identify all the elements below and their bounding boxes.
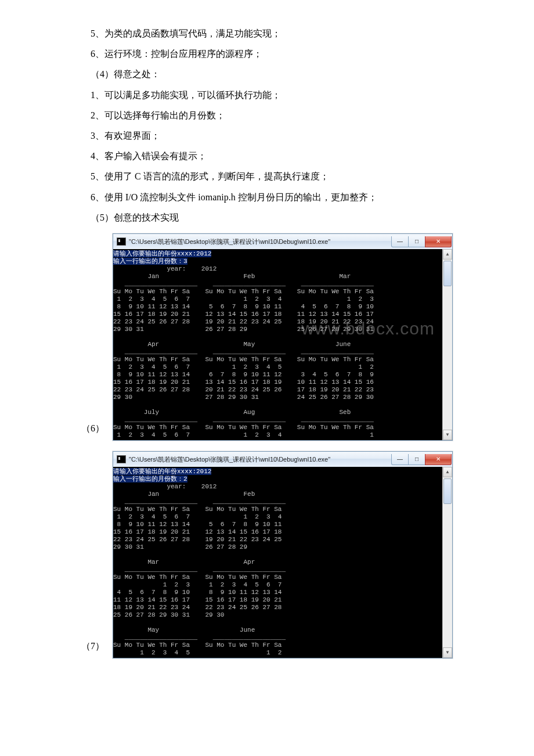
scroll-track[interactable] bbox=[443, 260, 452, 430]
highlight-6: 6、使用 I/O 流控制头文件 iomanip.h 控制月份日历的输出，更加整齐… bbox=[81, 187, 453, 207]
close-button[interactable]: ✕ bbox=[425, 454, 452, 465]
highlight-3: 3、有欢迎界面； bbox=[81, 125, 453, 146]
window-title: "C:\Users\凯若锦莲\Desktop\张隗琪_课程设计\wnl10\De… bbox=[129, 235, 392, 249]
titlebar: "C:\Users\凯若锦莲\Desktop\张隗琪_课程设计\wnl10\De… bbox=[113, 234, 452, 249]
highlight-5: 5、使用了 C 语言的流的形式，判断闰年，提高执行速度； bbox=[81, 166, 453, 186]
titlebar: "C:\Users\凯若锦莲\Desktop\张隗琪_课程设计\wnl10\De… bbox=[113, 452, 452, 467]
scroll-track[interactable] bbox=[443, 477, 452, 647]
console-window-1: "C:\Users\凯若锦莲\Desktop\张隗琪_课程设计\wnl10\De… bbox=[113, 233, 453, 441]
scroll-up-button[interactable]: ▲ bbox=[443, 249, 452, 260]
section-4-heading: （4）得意之处： bbox=[81, 64, 453, 84]
maximize-button[interactable]: □ bbox=[408, 454, 425, 465]
scroll-down-button[interactable]: ▼ bbox=[443, 647, 452, 658]
minimize-button[interactable]: — bbox=[391, 236, 409, 247]
console-icon bbox=[117, 455, 126, 463]
scroll-thumb[interactable] bbox=[443, 261, 452, 286]
vertical-scrollbar[interactable]: ▲ ▼ bbox=[442, 249, 452, 440]
highlight-1: 1、可以满足多功能实现，可以循环执行功能； bbox=[81, 85, 453, 105]
paragraph-6: 6、运行环境：控制台应用程序的源程序； bbox=[81, 44, 453, 64]
highlight-2: 2、可以选择每行输出的月份数； bbox=[81, 105, 453, 125]
calendar-body: year: 2012 Jan Feb ___________________ _… bbox=[113, 483, 286, 656]
scroll-thumb[interactable] bbox=[443, 478, 452, 504]
prompt-line-1: 请输入你要输出的年份xxxx:2012 bbox=[113, 468, 211, 475]
window-title: "C:\Users\凯若锦莲\Desktop\张隗琪_课程设计\wnl10\De… bbox=[129, 452, 392, 466]
figure-label-7: （7） bbox=[81, 636, 109, 658]
prompt-line-2: 输入一行输出的月份数：2 bbox=[113, 476, 187, 483]
paragraph-5: 5、为类的成员函数填写代码，满足功能实现； bbox=[81, 23, 453, 44]
maximize-button[interactable]: □ bbox=[408, 236, 425, 247]
figure-label-6: （6） bbox=[81, 418, 109, 441]
close-button[interactable]: ✕ bbox=[425, 236, 452, 247]
console-icon bbox=[117, 237, 126, 246]
console-window-2: "C:\Users\凯若锦莲\Desktop\张隗琪_课程设计\wnl10\De… bbox=[113, 451, 453, 658]
calendar-body: year: 2012 Jan Feb Mar _________________… bbox=[113, 265, 374, 438]
prompt-line-1: 请输入你要输出的年份xxxx:2012 bbox=[113, 250, 211, 257]
section-5-heading: （5）创意的技术实现 bbox=[81, 207, 453, 228]
terminal-output: 请输入你要输出的年份xxxx:2012 输入一行输出的月份数：3 year: 2… bbox=[113, 249, 442, 440]
scroll-up-button[interactable]: ▲ bbox=[443, 467, 452, 477]
highlight-4: 4、客户输入错误会有提示； bbox=[81, 146, 453, 166]
vertical-scrollbar[interactable]: ▲ ▼ bbox=[442, 467, 452, 658]
scroll-down-button[interactable]: ▼ bbox=[443, 430, 452, 440]
prompt-line-2: 输入一行输出的月份数：3 bbox=[113, 258, 187, 265]
minimize-button[interactable]: — bbox=[391, 454, 409, 465]
terminal-output: 请输入你要输出的年份xxxx:2012 输入一行输出的月份数：2 year: 2… bbox=[113, 467, 442, 658]
